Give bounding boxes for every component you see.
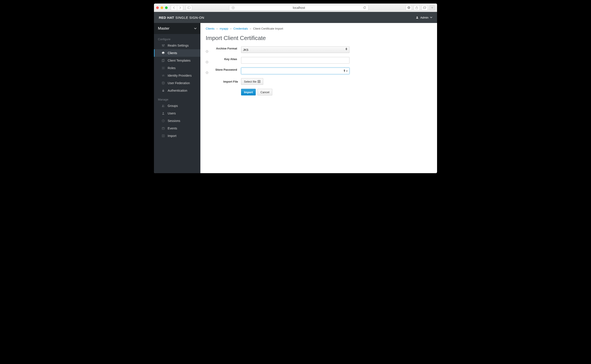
- sidebar-item-users[interactable]: Users: [154, 110, 200, 117]
- download-box-icon: [258, 80, 260, 83]
- sidebar-item-label: Import: [168, 134, 176, 138]
- label-import-file: Import File: [223, 80, 238, 83]
- app-root: RED HAT SINGLE SIGN-ON Admin Master: [154, 12, 437, 173]
- sidebar-item-import[interactable]: Import: [154, 132, 200, 140]
- main-content: Clients » myapp » Credentials » Client C…: [200, 23, 437, 173]
- brand-logo[interactable]: RED HAT SINGLE SIGN-ON: [159, 16, 204, 20]
- section-configure-title: Configure: [154, 34, 200, 42]
- new-tab-button[interactable]: +: [430, 5, 435, 10]
- row-key-alias: Key Alias ?: [206, 57, 432, 64]
- share-button[interactable]: [414, 5, 420, 10]
- label-store-password: Store Password: [215, 68, 237, 71]
- help-icon[interactable]: ?: [206, 61, 238, 63]
- store-password-input[interactable]: [241, 68, 349, 74]
- address-host: localhost: [236, 6, 361, 9]
- row-archive-format: Archive Format ? JKS: [206, 46, 432, 53]
- copy-icon: [161, 59, 165, 62]
- sidebar-item-roles[interactable]: Roles: [154, 64, 200, 72]
- svg-point-9: [417, 17, 418, 18]
- svg-text:?: ?: [207, 72, 208, 74]
- import-button[interactable]: Import: [241, 89, 256, 95]
- sidebar-item-label: Identity Providers: [168, 74, 192, 77]
- sidebar-toggle-button[interactable]: [186, 5, 192, 10]
- window-controls: [156, 6, 168, 9]
- reader-plus-icon: [232, 6, 235, 9]
- exchange-icon: [161, 74, 165, 77]
- window-minimize-icon[interactable]: [161, 6, 163, 9]
- clock-icon: [161, 119, 165, 122]
- select-file-button[interactable]: Select file: [241, 78, 263, 85]
- sidebar-item-authentication[interactable]: Authentication: [154, 87, 200, 94]
- sidebar-item-label: Groups: [168, 104, 178, 108]
- svg-text:?: ?: [207, 61, 208, 63]
- window-close-icon[interactable]: [156, 6, 159, 9]
- group-icon: [161, 104, 165, 107]
- sidebar-item-label: Realm Settings: [168, 44, 189, 47]
- chevron-down-icon: [194, 28, 196, 29]
- import-icon: [161, 134, 165, 137]
- sidebar-item-realm-settings[interactable]: Realm Settings: [154, 42, 200, 49]
- page-title: Import Client Certificate: [206, 35, 432, 41]
- svg-rect-40: [344, 71, 345, 72]
- svg-point-14: [163, 46, 164, 46]
- sidebar-item-label: Users: [168, 111, 176, 115]
- svg-point-23: [162, 105, 163, 106]
- svg-point-13: [162, 45, 163, 46]
- window-zoom-icon[interactable]: [165, 6, 168, 9]
- svg-rect-27: [162, 127, 164, 130]
- user-name: Admin: [420, 16, 429, 19]
- svg-point-15: [164, 45, 165, 45]
- browser-toolbar: localhost +: [154, 4, 437, 12]
- help-icon[interactable]: ?: [206, 50, 238, 53]
- sidebar-item-label: Authentication: [168, 89, 187, 92]
- sidebar-item-events[interactable]: Events: [154, 124, 200, 132]
- sidebar-item-sessions[interactable]: Sessions: [154, 117, 200, 124]
- key-alias-input[interactable]: [241, 57, 349, 64]
- database-icon: [161, 82, 165, 84]
- breadcrumb-current: Client Certificate Import: [253, 27, 283, 30]
- realm-name: Master: [158, 26, 169, 31]
- archive-format-select[interactable]: JKS: [241, 46, 349, 53]
- svg-point-21: [162, 82, 164, 83]
- back-button[interactable]: [171, 5, 177, 10]
- sidebar-item-groups[interactable]: Groups: [154, 102, 200, 110]
- user-menu[interactable]: Admin: [416, 16, 432, 19]
- svg-text:?: ?: [207, 51, 208, 52]
- breadcrumb-clients[interactable]: Clients: [206, 27, 215, 30]
- chevron-right-icon: »: [230, 27, 232, 30]
- sidebar-item-label: Roles: [168, 66, 176, 70]
- chevron-down-icon: [430, 17, 432, 18]
- svg-rect-0: [188, 7, 190, 9]
- row-store-password: Store Password ?: [206, 68, 432, 74]
- svg-rect-7: [423, 7, 426, 9]
- calendar-icon: [161, 127, 165, 130]
- forward-button[interactable]: [177, 5, 183, 10]
- toolbar-right: +: [406, 5, 435, 10]
- row-import-file: Import File Select file: [206, 78, 432, 85]
- user-icon: [161, 112, 165, 115]
- svg-point-25: [163, 112, 164, 113]
- address-bar[interactable]: localhost: [229, 5, 369, 11]
- downloads-button[interactable]: [406, 5, 412, 10]
- realm-selector[interactable]: Master: [154, 23, 200, 34]
- brand-bold: RED HAT: [159, 16, 174, 20]
- sidebar-item-user-federation[interactable]: User Federation: [154, 79, 200, 87]
- browser-window: localhost + RED HAT SINGLE SIGN-ON: [154, 4, 437, 173]
- app-header: RED HAT SINGLE SIGN-ON Admin: [154, 12, 437, 23]
- breadcrumb-credentials[interactable]: Credentials: [233, 27, 248, 30]
- svg-point-24: [163, 105, 164, 106]
- list-icon: [161, 66, 165, 70]
- sidebar-item-client-templates[interactable]: Client Templates: [154, 57, 200, 64]
- reload-icon[interactable]: [363, 6, 366, 9]
- sidebar-item-clients[interactable]: Clients: [154, 49, 200, 57]
- sidebar-item-identity-providers[interactable]: Identity Providers: [154, 72, 200, 79]
- chevron-right-icon: »: [216, 27, 218, 30]
- sidebar-item-label: User Federation: [168, 81, 190, 85]
- help-icon[interactable]: ?: [206, 71, 238, 74]
- cancel-button[interactable]: Cancel: [257, 89, 272, 95]
- sidebar-item-label: Events: [168, 127, 177, 130]
- svg-rect-8: [424, 7, 426, 8]
- password-autofill-icon[interactable]: [343, 70, 348, 72]
- breadcrumb-myapp[interactable]: myapp: [220, 27, 228, 30]
- tabs-button[interactable]: [422, 5, 428, 10]
